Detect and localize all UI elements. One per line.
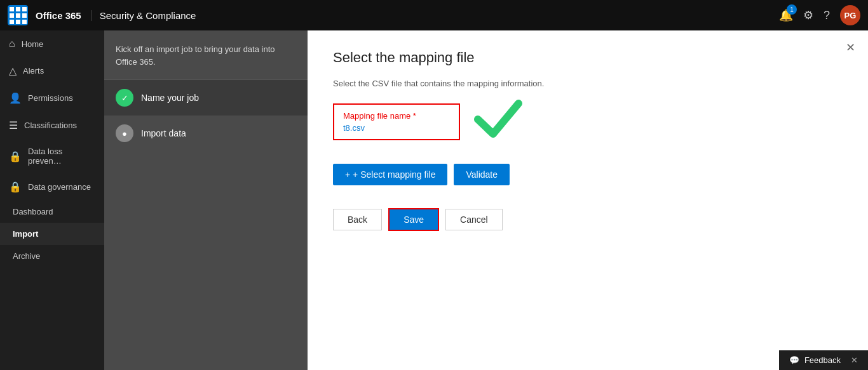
section-label: Security & Compliance	[100, 10, 196, 21]
sidebar-sub-dashboard[interactable]: Dashboard	[0, 201, 104, 223]
apps-button[interactable]	[8, 5, 28, 25]
sidebar-item-data-governance[interactable]: 🔒 Data governance	[0, 173, 104, 201]
topbar: Office 365 Security & Compliance 🔔 1 ⚙ ?…	[0, 0, 868, 30]
step-label-import-data: Import data	[141, 128, 186, 138]
cancel-button[interactable]: Cancel	[445, 209, 503, 230]
settings-icon[interactable]: ⚙	[803, 8, 813, 22]
sidebar-item-home[interactable]: ⌂ Home	[0, 30, 104, 57]
sidebar: ⌂ Home △ Alerts 👤 Permissions ☰ Classifi…	[0, 30, 104, 370]
layout: ⌂ Home △ Alerts 👤 Permissions ☰ Classifi…	[0, 30, 868, 370]
feedback-close-button[interactable]: ✕	[851, 355, 858, 365]
sidebar-item-classifications[interactable]: ☰ Classifications	[0, 112, 104, 139]
mapping-file-box: Mapping file name * t8.csv	[333, 103, 460, 140]
save-button[interactable]: Save	[388, 208, 439, 231]
sidebar-sub-dashboard-label: Dashboard	[13, 207, 53, 216]
sidebar-label-data-governance: Data governance	[28, 182, 91, 192]
main-content: ✕ Select the mapping file Select the CSV…	[308, 30, 868, 370]
sidebar-item-permissions[interactable]: 👤 Permissions	[0, 84, 104, 112]
sidebar-sub-archive-label: Archive	[13, 251, 40, 261]
permissions-icon: 👤	[9, 92, 22, 104]
sidebar-label-classifications: Classifications	[24, 121, 77, 130]
data-governance-icon: 🔒	[9, 181, 22, 193]
sidebar-label-permissions: Permissions	[28, 93, 73, 103]
mapping-file-label: Mapping file name *	[343, 111, 450, 121]
wizard-header-text: Kick off an import job to bring your dat…	[116, 44, 275, 67]
topbar-icons: 🔔 1 ⚙ ? PG	[779, 5, 860, 25]
step-circle-name-job: ✓	[116, 89, 133, 107]
mapping-file-value: t8.csv	[343, 123, 450, 133]
wizard-header: Kick off an import job to bring your dat…	[104, 30, 308, 80]
classifications-icon: ☰	[9, 119, 18, 131]
back-button[interactable]: Back	[333, 209, 382, 230]
sidebar-sub-import[interactable]: Import	[0, 223, 104, 245]
sidebar-sub-archive[interactable]: Archive	[0, 245, 104, 267]
panel-subtitle: Select the CSV file that contains the ma…	[333, 79, 843, 88]
sidebar-label-alerts: Alerts	[23, 66, 44, 76]
sidebar-label-home: Home	[22, 39, 44, 49]
panel-title: Select the mapping file	[333, 50, 843, 66]
home-icon: ⌂	[9, 38, 15, 50]
sidebar-item-data-loss[interactable]: 🔒 Data loss preven…	[0, 139, 104, 173]
validate-button[interactable]: Validate	[454, 164, 510, 185]
required-marker: *	[413, 111, 416, 121]
notification-badge: 1	[787, 4, 797, 15]
feedback-label: Feedback	[804, 355, 841, 365]
close-button[interactable]: ✕	[846, 41, 855, 55]
sidebar-label-data-loss: Data loss preven…	[28, 147, 95, 166]
select-mapping-file-button[interactable]: + Select mapping file	[333, 164, 447, 185]
help-icon[interactable]: ?	[824, 9, 830, 22]
notification-button[interactable]: 🔔 1	[779, 8, 793, 22]
action-buttons-row: Back Save Cancel	[333, 208, 843, 231]
mapping-row: Mapping file name * t8.csv	[333, 103, 843, 149]
wizard-panel: Kick off an import job to bring your dat…	[104, 30, 308, 370]
data-loss-icon: 🔒	[9, 150, 22, 162]
step-label-name-job: Name your job	[141, 93, 199, 103]
brand-label: Office 365	[36, 10, 92, 21]
validation-checkmark	[473, 97, 524, 149]
mapping-label-text: Mapping file name	[343, 111, 410, 121]
sidebar-item-alerts[interactable]: △ Alerts	[0, 57, 104, 84]
feedback-bar[interactable]: 💬 Feedback ✕	[779, 350, 868, 370]
step-circle-import-data: ●	[116, 124, 133, 142]
alerts-icon: △	[9, 65, 17, 77]
avatar[interactable]: PG	[840, 5, 860, 25]
feedback-icon: 💬	[789, 355, 799, 365]
wizard-step-import-data[interactable]: ● Import data	[104, 116, 308, 151]
sidebar-sub-import-label: Import	[13, 229, 38, 239]
file-action-buttons: + Select mapping file Validate	[333, 164, 843, 185]
wizard-step-name-job[interactable]: ✓ Name your job	[104, 80, 308, 116]
